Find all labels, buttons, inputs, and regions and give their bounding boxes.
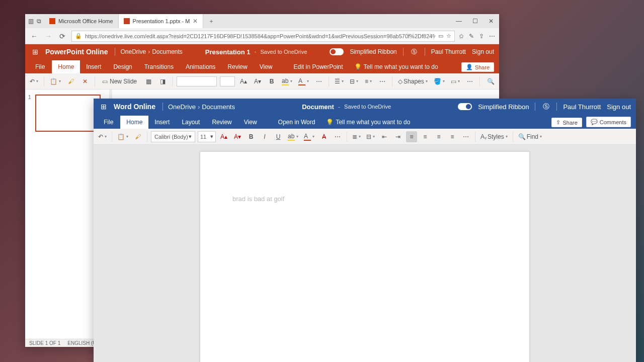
find-button[interactable]: 🔍 Find▾ xyxy=(517,131,543,142)
url-input[interactable] xyxy=(85,33,435,39)
bullets-button[interactable]: ☰▾ xyxy=(333,76,345,87)
bookmark-icon[interactable]: ☆ xyxy=(446,33,451,39)
tell-me-search[interactable]: 💡 Tell me what you want to do xyxy=(321,116,415,129)
increase-font-button[interactable]: A▴ xyxy=(238,76,249,87)
favorites-icon[interactable]: ✩ xyxy=(459,33,464,40)
tab-design[interactable]: Design xyxy=(107,60,138,73)
app-launcher-icon[interactable]: ⊞ xyxy=(30,48,40,56)
more-para-icon[interactable]: ⋯ xyxy=(377,76,388,87)
tab-transitions[interactable]: Transitions xyxy=(138,60,180,73)
format-painter-button[interactable]: 🖌 xyxy=(132,131,143,142)
breadcrumb-documents[interactable]: Documents xyxy=(202,103,235,111)
font-color-button[interactable]: A▾ xyxy=(302,131,316,142)
clear-formatting-button[interactable]: A̶ xyxy=(318,131,330,142)
user-name[interactable]: Paul Thurrott xyxy=(431,48,466,55)
format-painter-button[interactable]: 🖌 xyxy=(65,76,76,87)
document-page[interactable]: brad is bad at golf xyxy=(200,152,529,362)
tab-view[interactable]: View xyxy=(254,60,279,73)
maximize-button[interactable]: ☐ xyxy=(467,14,483,28)
align-center-button[interactable]: ≡ xyxy=(420,131,431,142)
align-right-button[interactable]: ≡ xyxy=(433,131,444,142)
font-selector[interactable]: Calibri (Body)▾ xyxy=(151,131,195,142)
breadcrumb-onedrive[interactable]: OneDrive xyxy=(120,48,146,55)
more-font-icon[interactable]: ⋯ xyxy=(313,76,325,87)
tab-animations[interactable]: Animations xyxy=(180,60,221,73)
numbering-button[interactable]: ⊟▾ xyxy=(348,76,360,87)
decrease-indent-button[interactable]: ⇤ xyxy=(379,131,390,142)
font-size-selector[interactable] xyxy=(220,76,235,86)
browser-tab-office[interactable]: Microsoft Office Home xyxy=(44,14,119,28)
simplified-ribbon-toggle[interactable] xyxy=(330,48,344,55)
align-button[interactable]: ≡▾ xyxy=(363,76,374,87)
reading-view-icon[interactable]: ▭ xyxy=(438,33,443,39)
share-button[interactable]: ⇪ Share xyxy=(551,118,582,127)
tab-insert[interactable]: Insert xyxy=(80,60,107,73)
tab-view[interactable]: View xyxy=(238,116,263,129)
numbering-button[interactable]: ⊟▾ xyxy=(365,131,376,142)
sign-out-link[interactable]: Sign out xyxy=(472,48,494,55)
comments-button[interactable]: 💬 Comments xyxy=(586,117,631,127)
tab-preview-icon[interactable]: ⧉ xyxy=(37,18,41,25)
new-slide-button[interactable]: ▭ New Slide xyxy=(99,78,140,85)
shape-fill-button[interactable]: 🪣▾ xyxy=(432,76,446,87)
delete-button[interactable]: ✕ xyxy=(79,76,91,87)
close-tab-icon[interactable]: ✕ xyxy=(193,18,198,25)
simplified-ribbon-toggle[interactable] xyxy=(458,103,472,110)
increase-indent-button[interactable]: ⇥ xyxy=(392,131,404,142)
new-tab-button[interactable]: ＋ xyxy=(203,14,219,28)
increase-font-button[interactable]: A▴ xyxy=(218,131,229,142)
address-bar[interactable]: 🔒 ▭ ☆ xyxy=(71,31,455,42)
notes-icon[interactable]: ✎ xyxy=(469,33,474,40)
more-draw-icon[interactable]: ⋯ xyxy=(464,76,475,87)
refresh-button[interactable]: ⟳ xyxy=(57,32,67,40)
paste-button[interactable]: 📋▾ xyxy=(48,76,62,87)
document-title[interactable]: Presentation 1 xyxy=(205,48,251,56)
decrease-font-button[interactable]: A▾ xyxy=(232,131,243,142)
bullets-button[interactable]: ≣▾ xyxy=(351,131,362,142)
highlight-button[interactable]: ab▾ xyxy=(280,76,294,87)
back-button[interactable]: ← xyxy=(29,32,39,40)
skype-icon[interactable]: Ⓢ xyxy=(541,102,550,111)
layout-button[interactable]: ▦ xyxy=(143,76,154,87)
search-button[interactable]: 🔍 xyxy=(485,76,496,87)
align-left-button[interactable]: ≡ xyxy=(406,131,417,142)
skype-icon[interactable]: Ⓢ xyxy=(410,48,419,56)
more-icon[interactable]: ⋯ xyxy=(489,33,495,40)
bold-button[interactable]: B xyxy=(266,76,277,87)
tab-layout[interactable]: Layout xyxy=(176,116,206,129)
bold-button[interactable]: B xyxy=(246,131,257,142)
shapes-button[interactable]: ◇ Shapes▾ xyxy=(396,76,429,87)
more-para-icon[interactable]: ⋯ xyxy=(460,131,471,142)
paste-button[interactable]: 📋▾ xyxy=(116,131,130,142)
tab-home[interactable]: Home xyxy=(120,116,148,129)
edit-in-powerpoint[interactable]: Edit in PowerPoint xyxy=(288,60,349,73)
document-text[interactable]: brad is bad at golf xyxy=(232,195,497,203)
font-color-button[interactable]: A▾ xyxy=(297,76,310,87)
open-in-word[interactable]: Open in Word xyxy=(272,116,321,129)
close-window-button[interactable]: ✕ xyxy=(483,14,499,28)
highlight-button[interactable]: ab▾ xyxy=(286,131,300,142)
tab-insert[interactable]: Insert xyxy=(148,116,176,129)
sign-out-link[interactable]: Sign out xyxy=(607,103,631,111)
more-font-icon[interactable]: ⋯ xyxy=(332,131,343,142)
breadcrumb-onedrive[interactable]: OneDrive xyxy=(168,103,196,111)
app-launcher-icon[interactable]: ⊞ xyxy=(99,103,109,111)
align-justify-button[interactable]: ≡ xyxy=(447,131,458,142)
breadcrumb-documents[interactable]: Documents xyxy=(152,48,183,55)
document-title[interactable]: Document xyxy=(302,103,334,111)
reset-button[interactable]: ◨ xyxy=(157,76,168,87)
undo-button[interactable]: ↶▾ xyxy=(97,131,108,142)
tab-aside-icon[interactable]: ▥ xyxy=(28,18,34,25)
forward-button[interactable]: → xyxy=(43,32,53,40)
tab-file[interactable]: File xyxy=(97,116,120,129)
decrease-font-button[interactable]: A▾ xyxy=(252,76,263,87)
tell-me-search[interactable]: 💡 Tell me what you want to do xyxy=(349,60,443,73)
font-size-selector[interactable]: 11▾ xyxy=(198,131,216,142)
minimize-button[interactable]: — xyxy=(451,14,467,28)
share-page-icon[interactable]: ⇪ xyxy=(479,33,484,40)
user-name[interactable]: Paul Thurrott xyxy=(563,103,601,111)
browser-tab-presentation[interactable]: Presentation 1.pptx - M ✕ xyxy=(119,14,204,28)
tab-review[interactable]: Review xyxy=(221,60,253,73)
styles-button[interactable]: Aᵧ Styles▾ xyxy=(479,131,509,142)
tab-review[interactable]: Review xyxy=(206,116,237,129)
